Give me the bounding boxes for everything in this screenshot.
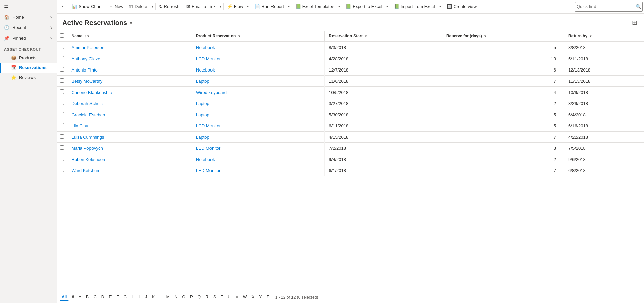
export-to-excel-button[interactable]: 📗 Export to Excel [343,1,385,12]
row-checkbox-cell[interactable] [57,42,67,53]
row-name-link[interactable]: Ward Ketchum [72,168,101,173]
page-title-dropdown-arrow[interactable]: ▾ [130,20,132,25]
pagination-letter-z[interactable]: Z [264,294,271,301]
row-checkbox[interactable] [60,145,64,150]
pagination-letter-u[interactable]: U [226,294,233,301]
run-report-dropdown-arrow[interactable]: ▾ [287,1,291,12]
row-checkbox[interactable] [60,112,64,116]
delete-button[interactable]: 🗑 Delete [126,1,150,12]
sidebar-item-products[interactable]: 📦 Products [0,53,57,63]
row-name-link[interactable]: Luisa Cummings [72,135,104,140]
run-report-button[interactable]: 📄 Run Report [252,1,286,12]
row-checkbox-cell[interactable] [57,76,67,87]
show-chart-button[interactable]: 📊 Show Chart [69,1,104,12]
header-reservation-start[interactable]: Reservation Start ▾ [325,31,442,42]
sidebar-item-pinned[interactable]: 📌 Pinned ∨ [0,33,57,43]
row-checkbox-cell[interactable] [57,53,67,64]
excel-templates-button[interactable]: 📗 Excel Templates [293,1,337,12]
row-product-link[interactable]: LCD Monitor [196,123,221,128]
email-dropdown-arrow[interactable]: ▾ [218,1,223,12]
row-name-link[interactable]: Betsy McCarthy [72,79,103,84]
row-product-link[interactable]: Notebook [196,67,215,73]
pagination-letter-d[interactable]: D [99,294,106,301]
pagination-letter-n[interactable]: N [173,294,180,301]
row-checkbox-cell[interactable] [57,87,67,98]
row-checkbox-cell[interactable] [57,154,67,165]
pagination-letter-r[interactable]: R [203,294,210,301]
pagination-letter-x[interactable]: X [249,294,256,301]
header-checkbox[interactable] [57,31,67,42]
row-product-link[interactable]: LED Monitor [196,168,220,173]
create-view-button[interactable]: 🔲 Create view [444,1,480,12]
row-name-link[interactable]: Ruben Kokshoorn [72,157,107,162]
row-checkbox[interactable] [60,123,64,127]
pagination-letter-c[interactable]: C [92,294,99,301]
pagination-letter-b[interactable]: B [84,294,91,301]
pagination-letter-#[interactable]: # [69,294,76,301]
sidebar-item-home[interactable]: 🏠 Home ∨ [0,12,57,22]
sidebar-item-reservations[interactable]: 📅 Reservations [0,63,57,73]
pagination-letter-s[interactable]: S [211,294,218,301]
pagination-letter-e[interactable]: E [107,294,114,301]
pagination-letter-o[interactable]: O [180,294,187,301]
row-checkbox[interactable] [60,168,64,172]
row-name-link[interactable]: Carlene Blankenship [72,90,112,95]
select-all-checkbox[interactable] [60,33,64,38]
new-button[interactable]: ＋ New [106,1,126,12]
row-name-link[interactable]: Deborah Schultz [72,101,104,106]
row-product-link[interactable]: LED Monitor [196,146,220,151]
row-checkbox-cell[interactable] [57,143,67,154]
row-product-link[interactable]: Laptop [196,112,209,117]
excel-templates-dropdown-arrow[interactable]: ▾ [337,1,341,12]
quick-find-input[interactable] [577,4,636,9]
row-checkbox-cell[interactable] [57,109,67,120]
pagination-letter-m[interactable]: M [164,294,172,301]
row-checkbox[interactable] [60,78,64,83]
pagination-letter-f[interactable]: F [114,294,121,301]
pagination-letter-l[interactable]: L [157,294,164,301]
sidebar-item-recent[interactable]: 🕐 Recent ∨ [0,22,57,33]
row-product-link[interactable]: Laptop [196,79,209,84]
row-name-link[interactable]: Maria Popovych [72,146,103,151]
row-product-link[interactable]: LCD Monitor [196,56,221,61]
row-name-link[interactable]: Antonio Pinto [72,67,98,73]
header-name[interactable]: Name ↑ ▾ [67,31,192,42]
email-link-button[interactable]: ✉ Email a Link [184,1,218,12]
row-checkbox[interactable] [60,134,64,139]
pagination-letter-y[interactable]: Y [257,294,264,301]
import-from-excel-button[interactable]: 📗 Import from Excel [391,1,438,12]
delete-dropdown-arrow[interactable]: ▾ [150,1,155,12]
row-product-link[interactable]: Laptop [196,101,209,106]
pagination-letter-j[interactable]: J [143,294,149,301]
row-checkbox[interactable] [60,45,64,49]
row-checkbox-cell[interactable] [57,120,67,132]
refresh-button[interactable]: ↻ Refresh [156,1,182,12]
pagination-letter-v[interactable]: V [234,294,240,301]
row-checkbox-cell[interactable] [57,165,67,176]
row-name-link[interactable]: Lila Clay [72,123,88,128]
pagination-letter-g[interactable]: G [122,294,129,301]
hamburger-menu-icon[interactable]: ☰ [0,0,57,12]
row-checkbox-cell[interactable] [57,132,67,143]
row-name-link[interactable]: Graciela Esteban [72,112,105,117]
pagination-letter-i[interactable]: I [137,294,142,301]
import-dropdown-arrow[interactable]: ▾ [438,1,442,12]
pagination-letter-q[interactable]: Q [196,294,203,301]
pagination-letter-all[interactable]: All [60,294,69,301]
flow-dropdown-arrow[interactable]: ▾ [246,1,250,12]
row-name-link[interactable]: Ammar Peterson [72,45,105,50]
row-product-link[interactable]: Laptop [196,135,209,140]
header-reserve-for-days[interactable]: Reserve for (days) ▾ [442,31,564,42]
row-checkbox[interactable] [60,101,64,105]
header-return-by[interactable]: Return by ▾ [564,31,644,42]
sidebar-item-reviews[interactable]: ⭐ Reviews [0,73,57,82]
row-name-link[interactable]: Anthony Glaze [72,56,100,61]
row-checkbox-cell[interactable] [57,64,67,76]
row-product-link[interactable]: Notebook [196,157,215,162]
filter-icon-button[interactable]: ⊞ [631,18,639,28]
row-checkbox[interactable] [60,67,64,72]
row-checkbox[interactable] [60,89,64,94]
pagination-letter-w[interactable]: W [241,294,249,301]
row-checkbox[interactable] [60,157,64,161]
header-product-reservation[interactable]: Product Reservation ▾ [192,31,325,42]
